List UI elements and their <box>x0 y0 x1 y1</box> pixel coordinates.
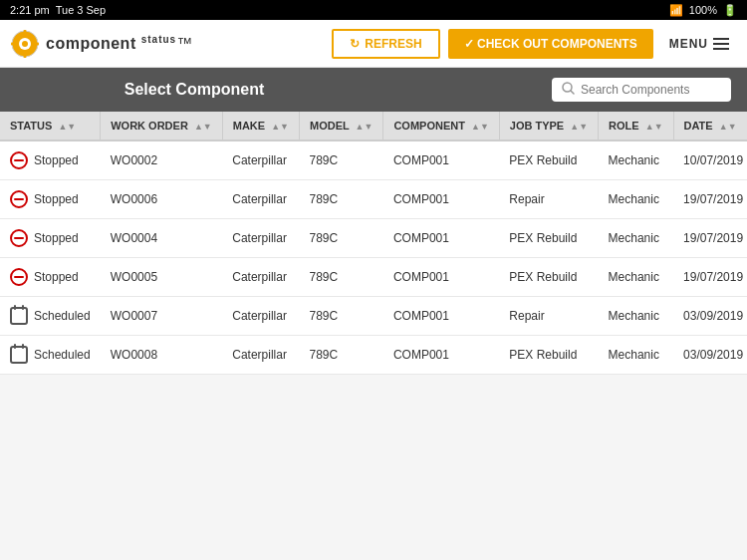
status-text: Scheduled <box>34 348 91 362</box>
jobtype-cell: PEX Rebuild <box>499 219 598 258</box>
logo-icon <box>10 29 40 59</box>
status-cell: Scheduled <box>10 346 91 364</box>
logo-area: component STATUS™ <box>10 29 332 59</box>
stopped-icon <box>10 190 28 208</box>
model-cell: 789C <box>300 140 383 180</box>
jobtype-cell: PEX Rebuild <box>499 336 598 375</box>
menu-label: MENU <box>669 37 708 51</box>
model-cell: 789C <box>300 219 383 258</box>
table-row[interactable]: ScheduledWO0007Caterpillar789CCOMP001Rep… <box>0 297 747 336</box>
component-cell: COMP001 <box>383 297 499 336</box>
status-text: Stopped <box>34 192 79 206</box>
status-bar-left: 2:21 pm Tue 3 Sep <box>10 4 106 16</box>
checkout-label: ✓ CHECK OUT COMPONENTS <box>464 37 637 51</box>
work-order-cell: WO0008 <box>101 336 223 375</box>
work-order-cell: WO0004 <box>101 219 223 258</box>
col-header-jobtype[interactable]: JOB TYPE ▲▼ <box>499 112 598 140</box>
make-cell: Caterpillar <box>222 297 299 336</box>
status-text: Stopped <box>34 153 79 167</box>
col-header-role[interactable]: ROLE ▲▼ <box>599 112 673 140</box>
component-cell: COMP001 <box>383 219 499 258</box>
status-cell: Stopped <box>10 229 91 247</box>
table-row[interactable]: StoppedWO0006Caterpillar789CCOMP001Repai… <box>0 180 747 219</box>
role-cell: Mechanic <box>599 180 673 219</box>
model-cell: 789C <box>300 180 383 219</box>
status-date: Tue 3 Sep <box>56 4 106 16</box>
role-cell: Mechanic <box>599 297 673 336</box>
make-cell: Caterpillar <box>222 336 299 375</box>
stopped-icon <box>10 151 28 169</box>
jobtype-cell: Repair <box>499 180 598 219</box>
status-bar: 2:21 pm Tue 3 Sep 📶 100% 🔋 <box>0 0 747 20</box>
make-cell: Caterpillar <box>222 140 299 180</box>
make-cell: Caterpillar <box>222 219 299 258</box>
status-text: Stopped <box>34 270 79 284</box>
jobtype-cell: Repair <box>499 297 598 336</box>
svg-rect-6 <box>34 42 39 45</box>
table-row[interactable]: ScheduledWO0008Caterpillar789CCOMP001PEX… <box>0 336 747 375</box>
checkout-button[interactable]: ✓ CHECK OUT COMPONENTS <box>448 29 653 59</box>
make-cell: Caterpillar <box>222 258 299 297</box>
svg-rect-4 <box>24 53 27 58</box>
table-container: STATUS ▲▼ WORK ORDER ▲▼ MAKE ▲▼ MODEL ▲▼… <box>0 112 747 560</box>
stopped-icon <box>10 229 28 247</box>
svg-rect-5 <box>11 42 16 45</box>
components-table: STATUS ▲▼ WORK ORDER ▲▼ MAKE ▲▼ MODEL ▲▼… <box>0 112 747 375</box>
role-cell: Mechanic <box>599 219 673 258</box>
col-header-model[interactable]: MODEL ▲▼ <box>300 112 383 140</box>
hamburger-icon <box>713 38 729 50</box>
component-cell: COMP001 <box>383 180 499 219</box>
model-cell: 789C <box>300 297 383 336</box>
col-header-workorder[interactable]: WORK ORDER ▲▼ <box>101 112 223 140</box>
svg-line-8 <box>571 91 574 94</box>
navbar: component STATUS™ ↻ REFRESH ✓ CHECK OUT … <box>0 20 747 68</box>
work-order-cell: WO0007 <box>101 297 223 336</box>
status-text: Scheduled <box>34 309 91 323</box>
role-cell: Mechanic <box>599 336 673 375</box>
menu-button[interactable]: MENU <box>661 33 737 55</box>
stopped-icon <box>10 268 28 286</box>
refresh-button[interactable]: ↻ REFRESH <box>332 29 439 59</box>
role-cell: Mechanic <box>599 258 673 297</box>
search-icon <box>562 82 575 98</box>
scheduled-icon <box>10 346 28 364</box>
section-header: Select Component <box>0 68 747 112</box>
table-row[interactable]: StoppedWO0004Caterpillar789CCOMP001PEX R… <box>0 219 747 258</box>
status-text: Stopped <box>34 231 79 245</box>
wifi-icon: 📶 <box>669 4 683 17</box>
component-cell: COMP001 <box>383 336 499 375</box>
status-time: 2:21 pm <box>10 4 50 16</box>
battery-text: 100% <box>689 4 717 16</box>
status-cell: Stopped <box>10 268 91 286</box>
battery-icon: 🔋 <box>723 4 737 17</box>
jobtype-cell: PEX Rebuild <box>499 258 598 297</box>
date-cell: 19/07/2019 <box>673 219 747 258</box>
component-cell: COMP001 <box>383 140 499 180</box>
table-row[interactable]: StoppedWO0005Caterpillar789CCOMP001PEX R… <box>0 258 747 297</box>
date-cell: 10/07/2019 <box>673 140 747 180</box>
model-cell: 789C <box>300 258 383 297</box>
nav-buttons: ↻ REFRESH ✓ CHECK OUT COMPONENTS MENU <box>332 29 737 59</box>
col-header-status[interactable]: STATUS ▲▼ <box>0 112 101 140</box>
jobtype-cell: PEX Rebuild <box>499 140 598 180</box>
table-row[interactable]: StoppedWO0002Caterpillar789CCOMP001PEX R… <box>0 140 747 180</box>
model-cell: 789C <box>300 336 383 375</box>
refresh-icon: ↻ <box>350 37 360 51</box>
col-header-component[interactable]: COMPONENT ▲▼ <box>383 112 499 140</box>
status-bar-right: 📶 100% 🔋 <box>669 4 737 17</box>
col-header-make[interactable]: MAKE ▲▼ <box>222 112 299 140</box>
col-header-date[interactable]: DATE ▲▼ <box>673 112 747 140</box>
make-cell: Caterpillar <box>222 180 299 219</box>
work-order-cell: WO0006 <box>101 180 223 219</box>
table-header-row: STATUS ▲▼ WORK ORDER ▲▼ MAKE ▲▼ MODEL ▲▼… <box>0 112 747 140</box>
work-order-cell: WO0005 <box>101 258 223 297</box>
search-input[interactable] <box>581 83 720 97</box>
svg-rect-3 <box>24 30 27 35</box>
date-cell: 19/07/2019 <box>673 258 747 297</box>
scheduled-icon <box>10 307 28 325</box>
status-cell: Stopped <box>10 151 91 169</box>
role-cell: Mechanic <box>599 140 673 180</box>
work-order-cell: WO0002 <box>101 140 223 180</box>
logo-text: component STATUS™ <box>46 34 193 53</box>
date-cell: 19/07/2019 <box>673 180 747 219</box>
